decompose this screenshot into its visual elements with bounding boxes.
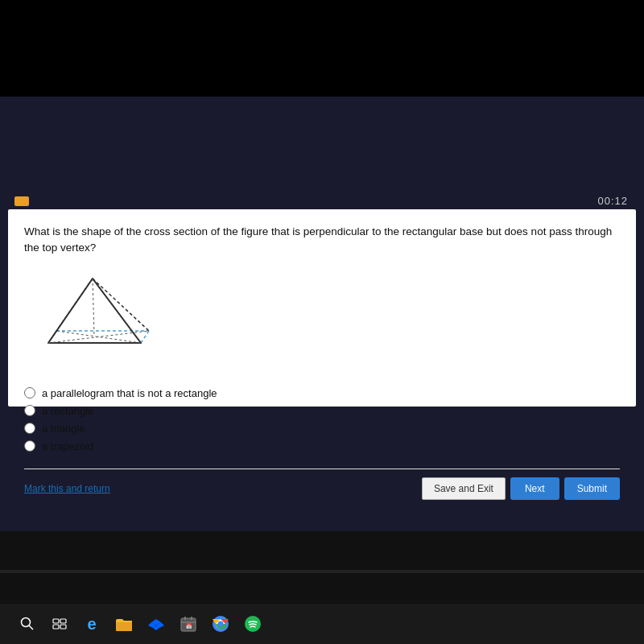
laptop-base — [0, 531, 644, 604]
answer-label-c: a triangle — [42, 423, 85, 435]
svg-rect-15 — [53, 619, 59, 623]
radio-d[interactable] — [24, 440, 35, 452]
action-buttons: Save and Exit Next Submit — [422, 477, 620, 500]
svg-line-14 — [29, 625, 33, 630]
svg-line-10 — [93, 279, 94, 335]
taskbar-spotify-icon[interactable] — [242, 613, 264, 635]
svg-text:📅: 📅 — [186, 623, 192, 630]
taskbar-virtual-desktop-icon[interactable] — [48, 613, 71, 635]
answer-choices: a parallelogram that is not a rectangle … — [24, 387, 620, 452]
answer-label-d: a trapezoid — [42, 440, 93, 452]
taskbar: e 📅 — [0, 604, 644, 644]
next-button[interactable]: Next — [510, 477, 559, 500]
screen-indicator — [14, 196, 29, 206]
taskbar-calendar-icon[interactable]: 📅 — [177, 613, 200, 635]
answer-option-a[interactable]: a parallelogram that is not a rectangle — [24, 387, 620, 399]
taskbar-file-explorer-icon[interactable] — [113, 613, 135, 635]
svg-line-1 — [141, 331, 149, 343]
taskbar-search-icon[interactable] — [16, 613, 39, 635]
screen: 00:12 What is the shape of the cross sec… — [0, 97, 644, 531]
bottom-bar: Mark this and return Save and Exit Next … — [24, 469, 620, 500]
save-exit-button[interactable]: Save and Exit — [422, 477, 506, 500]
figure-area — [24, 266, 620, 374]
radio-b[interactable] — [24, 405, 35, 416]
svg-rect-16 — [60, 619, 66, 623]
taskbar-dropbox-icon[interactable] — [145, 613, 167, 635]
answer-option-c[interactable]: a triangle — [24, 423, 620, 435]
submit-button[interactable]: Submit — [564, 477, 620, 500]
time-display: 00:12 — [597, 195, 628, 207]
taskbar-edge-icon[interactable]: e — [80, 613, 103, 635]
svg-line-7 — [48, 279, 93, 343]
svg-rect-17 — [53, 625, 59, 629]
svg-point-13 — [22, 618, 31, 627]
question-text: What is the shape of the cross section o… — [24, 224, 620, 257]
answer-label-b: a rectangle — [42, 405, 93, 417]
svg-rect-18 — [60, 625, 66, 629]
answer-label-a: a parallelogram that is not a rectangle — [42, 387, 217, 399]
radio-c[interactable] — [24, 423, 35, 434]
pyramid-figure — [24, 266, 153, 371]
top-bezel — [0, 0, 644, 97]
laptop-hinge — [0, 570, 644, 573]
taskbar-chrome-icon[interactable] — [209, 613, 232, 635]
content-area: What is the shape of the cross section o… — [8, 209, 636, 407]
svg-line-5 — [93, 279, 149, 331]
radio-a[interactable] — [24, 387, 35, 398]
mark-return-link[interactable]: Mark this and return — [24, 483, 110, 494]
svg-line-8 — [93, 279, 141, 343]
answer-option-b[interactable]: a rectangle — [24, 405, 620, 417]
svg-point-31 — [218, 621, 224, 627]
answer-option-d[interactable]: a trapezoid — [24, 440, 620, 452]
